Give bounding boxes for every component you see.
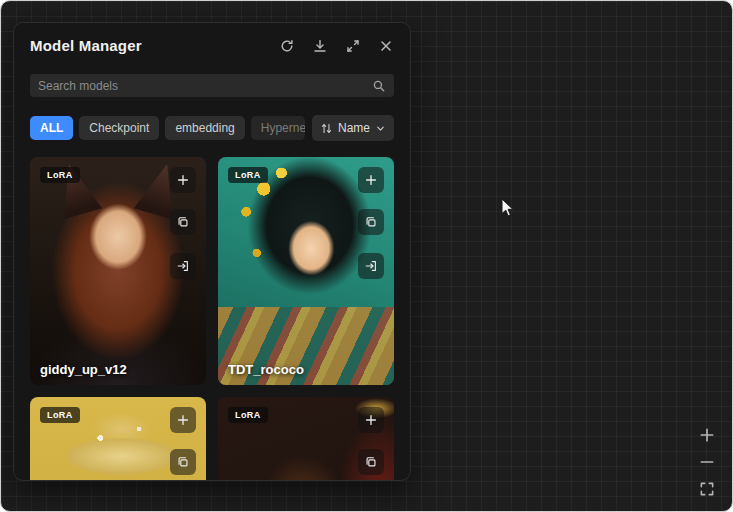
close-icon[interactable] xyxy=(378,38,394,54)
add-model-button[interactable] xyxy=(358,167,384,193)
search-input[interactable] xyxy=(38,79,372,93)
model-card[interactable]: LoRA xyxy=(30,397,206,481)
panel-header: Model Manager xyxy=(14,23,410,70)
filter-chip-all[interactable]: ALL xyxy=(30,116,73,140)
canvas-toolbar xyxy=(698,426,716,498)
zoom-in-icon[interactable] xyxy=(698,426,716,444)
panel-header-icons xyxy=(279,38,394,54)
add-model-button[interactable] xyxy=(170,167,196,193)
model-type-badge: LoRA xyxy=(228,167,268,183)
filter-bar: ALL Checkpoint embedding Hypernetwork Na… xyxy=(30,115,394,141)
model-type-badge: LoRA xyxy=(40,167,80,183)
load-model-button[interactable] xyxy=(170,253,196,279)
panel-title: Model Manager xyxy=(30,37,142,54)
zoom-out-icon[interactable] xyxy=(698,453,716,471)
add-model-button[interactable] xyxy=(358,407,384,433)
model-card[interactable]: LoRA xyxy=(218,397,394,481)
copy-model-button[interactable] xyxy=(358,209,384,235)
model-card[interactable]: LoRA giddy_up_v12 xyxy=(30,157,206,385)
copy-model-button[interactable] xyxy=(358,449,384,475)
model-manager-panel: Model Manager xyxy=(13,22,411,481)
sort-label: Name xyxy=(338,121,370,135)
copy-model-button[interactable] xyxy=(170,209,196,235)
copy-model-button[interactable] xyxy=(170,449,196,475)
fit-view-icon[interactable] xyxy=(698,480,716,498)
node-canvas[interactable]: Model Manager xyxy=(0,0,733,512)
mouse-cursor xyxy=(501,198,514,222)
model-card-grid: LoRA giddy_up_v12 LoRA xyxy=(30,157,394,481)
model-type-badge: LoRA xyxy=(228,407,268,423)
model-name: TDT_rococo xyxy=(228,362,304,377)
chevron-down-icon xyxy=(375,123,386,134)
refresh-icon[interactable] xyxy=(279,38,295,54)
download-icon[interactable] xyxy=(312,38,328,54)
search-bar xyxy=(30,74,394,97)
search-icon[interactable] xyxy=(372,79,386,93)
model-card[interactable]: LoRA TDT_rococo xyxy=(218,157,394,385)
add-model-button[interactable] xyxy=(170,407,196,433)
load-model-button[interactable] xyxy=(358,253,384,279)
filter-chip-embedding[interactable]: embedding xyxy=(165,116,244,140)
sort-dropdown[interactable]: Name xyxy=(312,115,394,141)
filter-chip-hypernetwork[interactable]: Hypernetwork xyxy=(251,116,305,140)
model-type-badge: LoRA xyxy=(40,407,80,423)
expand-icon[interactable] xyxy=(345,38,361,54)
sort-icon xyxy=(320,122,333,135)
filter-chip-checkpoint[interactable]: Checkpoint xyxy=(79,116,159,140)
model-name: giddy_up_v12 xyxy=(40,362,127,377)
